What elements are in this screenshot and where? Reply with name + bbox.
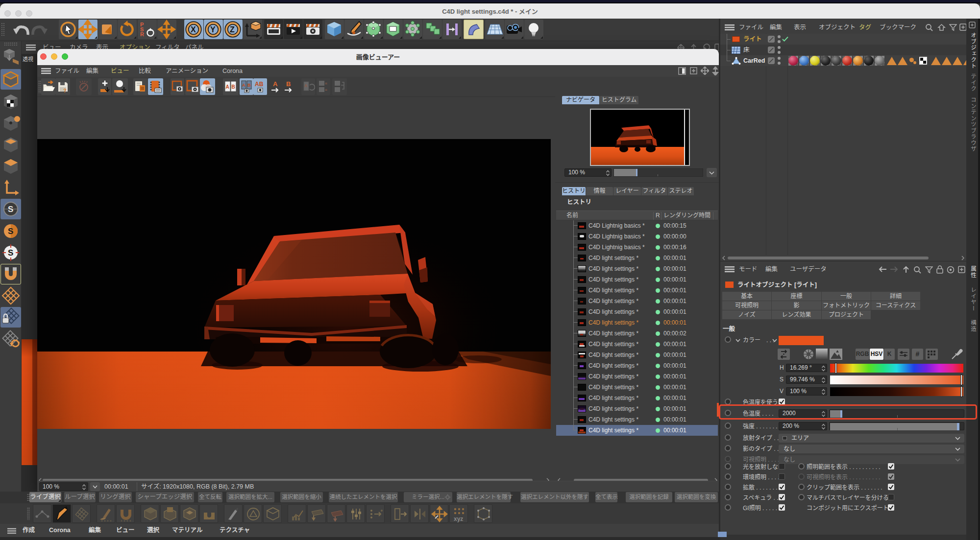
svg-text:B: B [286, 80, 291, 88]
svg-text:A: A [226, 84, 229, 90]
svg-text:X: X [191, 25, 196, 34]
svg-text:Z: Z [230, 25, 235, 34]
svg-text:xyz: xyz [454, 516, 463, 522]
svg-text:=: = [325, 81, 327, 86]
svg-text:Y: Y [210, 25, 216, 34]
svg-text:A: A [273, 80, 278, 88]
svg-text:A: A [242, 83, 245, 88]
svg-text:=: = [325, 88, 327, 92]
svg-text:R: R [140, 31, 144, 37]
svg-text:A: A [304, 83, 308, 88]
svg-text:S: S [8, 205, 13, 214]
svg-text:?: ? [63, 88, 67, 94]
svg-text:S: S [8, 227, 13, 236]
svg-text:AB: AB [255, 81, 264, 88]
svg-text:B: B [247, 83, 251, 88]
svg-text:S: S [8, 248, 13, 258]
svg-text:B: B [232, 84, 235, 90]
